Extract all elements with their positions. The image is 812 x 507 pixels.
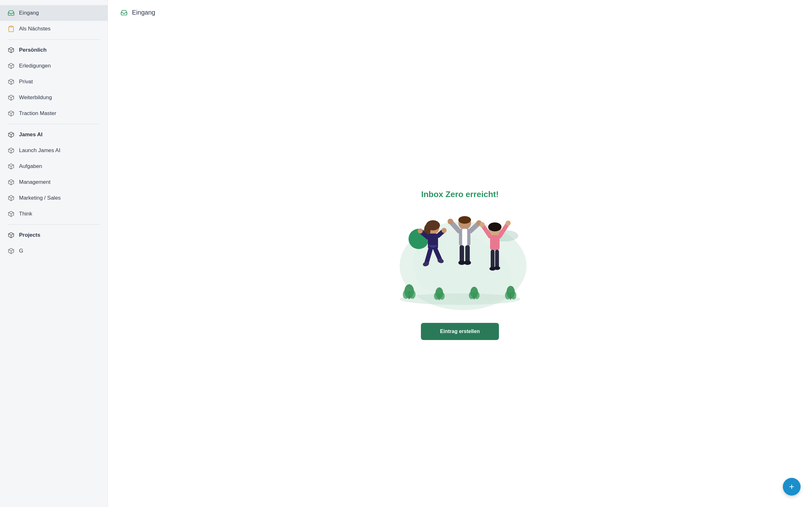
cube-icon-marketing-sales xyxy=(8,194,14,202)
sidebar-item-g-label: G xyxy=(19,248,23,254)
sidebar-section-persoenlich[interactable]: Persönlich xyxy=(0,42,107,58)
sidebar-item-launch-james-ai[interactable]: Launch James AI xyxy=(0,143,107,158)
main-content-area: Eingang Inbox Zero erreicht! xyxy=(108,0,812,507)
svg-point-52 xyxy=(448,219,453,224)
cube-icon-g xyxy=(8,247,14,255)
sidebar-item-think[interactable]: Think xyxy=(0,206,107,222)
sidebar-item-als-naechstes-label: Als Nächstes xyxy=(19,26,50,32)
fab-button[interactable]: + xyxy=(783,478,801,496)
svg-point-20 xyxy=(403,290,409,299)
cube-icon-persoenlich xyxy=(8,47,14,54)
svg-rect-66 xyxy=(495,250,499,269)
inbox-zero-illustration xyxy=(384,209,536,310)
cube-icon-management xyxy=(8,179,14,186)
svg-point-33 xyxy=(511,291,516,299)
svg-rect-65 xyxy=(491,250,495,269)
sidebar-item-als-naechstes[interactable]: Als Nächstes xyxy=(0,21,107,37)
cube-icon-erledigungen xyxy=(8,62,14,69)
svg-point-47 xyxy=(458,216,471,224)
sidebar-section-james-ai[interactable]: James AI xyxy=(0,127,107,143)
section-projects: Projects G xyxy=(0,227,107,259)
svg-point-24 xyxy=(434,292,440,300)
inbox-zero-section: Inbox Zero erreicht! xyxy=(108,22,812,507)
main-inbox-icon xyxy=(120,9,128,16)
sidebar-item-management-label: Management xyxy=(19,179,50,185)
svg-point-28 xyxy=(469,291,474,299)
sidebar-item-g[interactable]: G xyxy=(0,243,107,259)
svg-point-25 xyxy=(439,292,445,300)
svg-point-63 xyxy=(479,222,485,227)
sidebar-item-aufgaben[interactable]: Aufgaben xyxy=(0,158,107,174)
svg-rect-49 xyxy=(462,229,467,246)
sidebar-item-erledigungen[interactable]: Erledigungen xyxy=(0,58,107,74)
cube-icon-launch-james-ai xyxy=(8,147,14,154)
sidebar-item-marketing-sales[interactable]: Marketing / Sales xyxy=(0,190,107,206)
clipboard-icon xyxy=(8,25,14,32)
cube-icon-projects xyxy=(8,232,14,239)
sidebar-item-eingang[interactable]: Eingang xyxy=(0,5,107,21)
section-persoenlich: Persönlich Erledigungen Privat xyxy=(0,42,107,121)
create-entry-button[interactable]: Eintrag erstellen xyxy=(421,323,499,340)
sidebar: Eingang Als Nächstes Persönlich xyxy=(0,0,108,507)
cube-icon-weiterbildung xyxy=(8,94,14,101)
cube-icon-aufgaben xyxy=(8,163,14,170)
svg-rect-0 xyxy=(10,26,12,27)
svg-point-40 xyxy=(418,228,423,233)
svg-rect-54 xyxy=(460,245,464,263)
svg-point-21 xyxy=(409,290,415,299)
sidebar-item-weiterbildung[interactable]: Weiterbildung xyxy=(0,90,107,106)
cube-icon-james-ai xyxy=(8,131,14,138)
svg-point-29 xyxy=(474,291,479,299)
section-james-ai: James AI Launch James AI Aufgaben xyxy=(0,127,107,222)
divider-3 xyxy=(8,224,100,225)
sidebar-item-traction-master[interactable]: Traction Master xyxy=(0,106,107,121)
inbox-icon xyxy=(8,9,14,16)
sidebar-item-erledigungen-label: Erledigungen xyxy=(19,63,51,69)
sidebar-item-traction-master-label: Traction Master xyxy=(19,110,56,117)
svg-rect-55 xyxy=(465,245,470,263)
divider-2 xyxy=(8,124,100,124)
sidebar-item-management[interactable]: Management xyxy=(0,174,107,190)
sidebar-item-launch-james-ai-label: Launch James AI xyxy=(19,147,60,154)
svg-point-41 xyxy=(442,228,447,233)
inbox-zero-title: Inbox Zero erreicht! xyxy=(421,189,499,199)
section-james-ai-label: James AI xyxy=(19,131,43,138)
svg-point-32 xyxy=(505,291,511,299)
divider-1 xyxy=(8,39,100,40)
sidebar-item-eingang-label: Eingang xyxy=(19,10,39,16)
section-persoenlich-label: Persönlich xyxy=(19,47,47,53)
section-projects-label: Projects xyxy=(19,232,40,238)
sidebar-item-weiterbildung-label: Weiterbildung xyxy=(19,95,52,101)
main-header: Eingang xyxy=(108,0,812,22)
svg-point-68 xyxy=(494,266,500,270)
sidebar-item-privat[interactable]: Privat xyxy=(0,74,107,90)
svg-point-64 xyxy=(506,221,511,226)
sidebar-item-marketing-sales-label: Marketing / Sales xyxy=(19,195,61,201)
svg-point-59 xyxy=(488,222,502,231)
sidebar-item-think-label: Think xyxy=(19,211,32,217)
main-header-title: Eingang xyxy=(132,9,155,16)
cube-icon-privat xyxy=(8,78,14,85)
svg-point-17 xyxy=(400,293,520,305)
svg-point-57 xyxy=(464,261,471,265)
fab-plus-icon: + xyxy=(789,482,794,492)
sidebar-item-aufgaben-label: Aufgaben xyxy=(19,163,42,170)
sidebar-section-projects[interactable]: Projects xyxy=(0,227,107,243)
cube-icon-think xyxy=(8,210,14,217)
cube-icon-traction-master xyxy=(8,110,14,117)
sidebar-item-privat-label: Privat xyxy=(19,78,33,85)
